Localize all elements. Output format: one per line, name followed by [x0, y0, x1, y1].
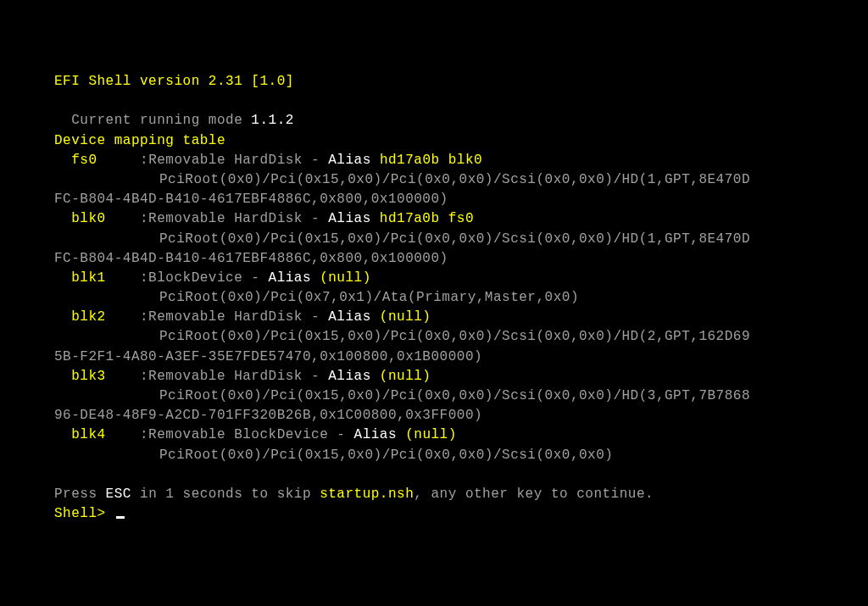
device-entry-blk2: blk2 :Removable HardDisk - Alias (null)	[54, 308, 868, 327]
device-desc: :Removable BlockDevice -	[140, 427, 354, 442]
in-seconds: in 1 seconds to skip	[131, 486, 320, 502]
startup-prompt-line: Press ESC in 1 seconds to skip startup.n…	[54, 485, 868, 504]
device-desc: :Removable HardDisk -	[140, 153, 328, 168]
alias-label: Alias	[328, 369, 380, 384]
alias-label: Alias	[328, 153, 380, 168]
device-entry-fs0: fs0 :Removable HardDisk - Alias hd17a0b …	[54, 151, 868, 170]
device-path-cont: FC-B804-4B4D-B410-4617EBF4886C,0x800,0x1…	[54, 190, 868, 209]
device-name: blk0	[71, 211, 105, 226]
current-mode-label: Current running mode	[71, 113, 251, 128]
device-path-cont: 5B-F2F1-4A80-A3EF-35E7FDE57470,0x100800,…	[54, 347, 868, 367]
shell-prompt-line[interactable]: Shell>	[54, 504, 868, 524]
alias-label: Alias	[328, 309, 380, 325]
alias-value: (null)	[380, 369, 431, 384]
alias-label: Alias	[354, 427, 406, 442]
current-mode-line: Current running mode 1.1.2	[54, 92, 868, 131]
device-path: PciRoot(0x0)/Pci(0x15,0x0)/Pci(0x0,0x0)/…	[54, 170, 868, 190]
device-name: fs0	[71, 153, 97, 168]
device-name: blk4	[71, 427, 105, 442]
alias-label: Alias	[269, 270, 320, 286]
press-label: Press	[54, 486, 106, 502]
device-path: PciRoot(0x0)/Pci(0x15,0x0)/Pci(0x0,0x0)/…	[54, 327, 868, 347]
device-name: blk1	[71, 270, 105, 286]
alias-value: (null)	[380, 309, 431, 325]
device-entry-blk0: blk0 :Removable HardDisk - Alias hd17a0b…	[54, 209, 868, 229]
device-path: PciRoot(0x0)/Pci(0x15,0x0)/Pci(0x0,0x0)/…	[54, 446, 868, 465]
shell-prompt: Shell>	[54, 506, 114, 521]
continue-text: , any other key to continue.	[414, 486, 654, 502]
device-desc: :Removable HardDisk -	[140, 369, 328, 384]
alias-value: hd17a0b blk0	[380, 153, 482, 168]
device-desc: :BlockDevice -	[140, 270, 269, 286]
alias-value: hd17a0b fs0	[380, 211, 474, 226]
esc-key: ESC	[106, 486, 131, 502]
device-path: PciRoot(0x0)/Pci(0x7,0x1)/Ata(Primary,Ma…	[54, 288, 868, 308]
device-path: PciRoot(0x0)/Pci(0x15,0x0)/Pci(0x0,0x0)/…	[54, 230, 868, 249]
device-entry-blk4: blk4 :Removable BlockDevice - Alias (nul…	[54, 425, 868, 445]
device-path: PciRoot(0x0)/Pci(0x15,0x0)/Pci(0x0,0x0)/…	[54, 386, 868, 406]
alias-label: Alias	[328, 211, 380, 226]
startup-file: startup.nsh	[320, 486, 414, 502]
device-desc: :Removable HardDisk -	[140, 309, 328, 325]
cursor-icon	[116, 516, 125, 519]
device-path-cont: FC-B804-4B4D-B410-4617EBF4886C,0x800,0x1…	[54, 249, 868, 269]
blank-line	[54, 465, 868, 485]
device-entry-blk3: blk3 :Removable HardDisk - Alias (null)	[54, 367, 868, 386]
device-entry-blk1: blk1 :BlockDevice - Alias (null)	[54, 269, 868, 288]
current-mode-value: 1.1.2	[251, 113, 294, 128]
device-path-cont: 96-DE48-48F9-A2CD-701FF320B26B,0x1C00800…	[54, 406, 868, 425]
alias-value: (null)	[320, 270, 371, 286]
device-name: blk3	[71, 369, 105, 384]
alias-value: (null)	[405, 427, 457, 442]
device-mapping-title: Device mapping table	[54, 131, 868, 151]
efi-shell-version: EFI Shell version 2.31 [1.0]	[54, 72, 868, 92]
device-name: blk2	[71, 309, 105, 325]
device-desc: :Removable HardDisk -	[140, 211, 328, 226]
